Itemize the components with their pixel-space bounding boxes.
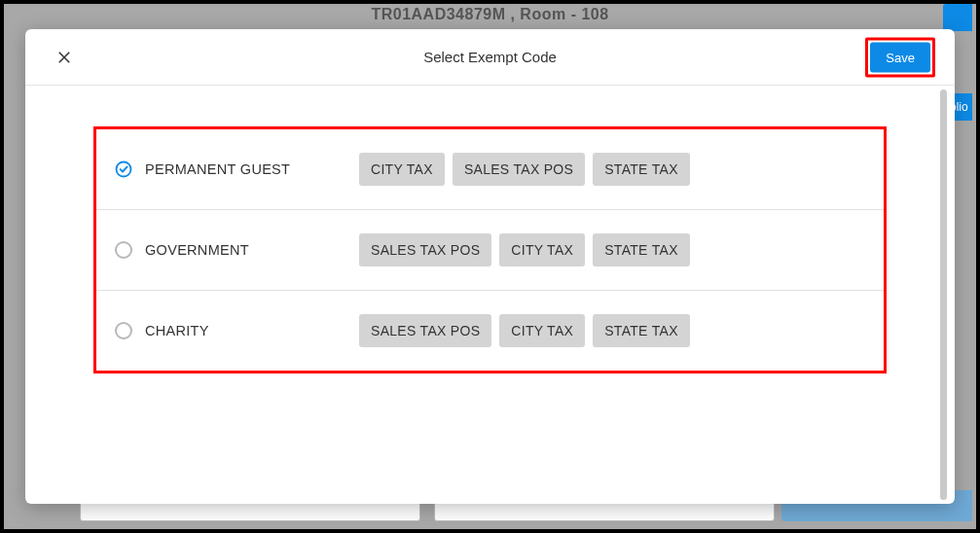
tax-tag[interactable]: STATE TAX <box>593 153 690 186</box>
tax-tag[interactable]: CITY TAX <box>499 314 585 347</box>
close-icon <box>55 49 73 66</box>
tax-tag[interactable]: STATE TAX <box>593 233 690 266</box>
modal-body: PERMANENT GUEST CITY TAX SALES TAX POS S… <box>25 86 955 504</box>
tax-tag[interactable]: CITY TAX <box>359 153 445 186</box>
tax-tag[interactable]: SALES TAX POS <box>359 233 491 266</box>
tax-tag-list: CITY TAX SALES TAX POS STATE TAX <box>359 153 690 186</box>
radio-permanent-guest[interactable] <box>110 160 137 179</box>
save-button[interactable]: Save <box>870 42 930 72</box>
exempt-code-options-highlight: PERMANENT GUEST CITY TAX SALES TAX POS S… <box>93 126 887 373</box>
tax-tag[interactable]: SALES TAX POS <box>453 153 585 186</box>
background-corner-button <box>943 4 972 31</box>
exempt-option-row: CHARITY SALES TAX POS CITY TAX STATE TAX <box>96 291 884 371</box>
radio-government[interactable] <box>110 241 137 259</box>
radio-unselected-icon <box>115 322 132 339</box>
select-exempt-code-modal: Select Exempt Code Save PERMANENT GUEST … <box>25 29 955 504</box>
background-header-text: TR01AAD34879M , Room - 108 <box>4 4 976 23</box>
close-button[interactable] <box>53 46 76 69</box>
tax-tag[interactable]: SALES TAX POS <box>359 314 491 347</box>
tax-tag[interactable]: STATE TAX <box>593 314 690 347</box>
exempt-option-row: GOVERNMENT SALES TAX POS CITY TAX STATE … <box>96 210 884 291</box>
tax-tag-list: SALES TAX POS CITY TAX STATE TAX <box>359 314 690 347</box>
save-button-highlight: Save <box>865 37 935 77</box>
tax-tag[interactable]: CITY TAX <box>499 233 585 266</box>
modal-title: Select Exempt Code <box>45 49 935 65</box>
exempt-option-label: GOVERNMENT <box>137 242 359 258</box>
exempt-option-label: PERMANENT GUEST <box>137 161 359 177</box>
scrollbar[interactable] <box>940 89 947 500</box>
modal-header: Select Exempt Code Save <box>25 29 955 86</box>
exempt-option-label: CHARITY <box>137 323 359 338</box>
radio-charity[interactable] <box>110 322 137 339</box>
exempt-option-row: PERMANENT GUEST CITY TAX SALES TAX POS S… <box>96 129 884 210</box>
tax-tag-list: SALES TAX POS CITY TAX STATE TAX <box>359 233 690 266</box>
radio-selected-icon <box>114 160 133 179</box>
radio-unselected-icon <box>115 241 132 259</box>
